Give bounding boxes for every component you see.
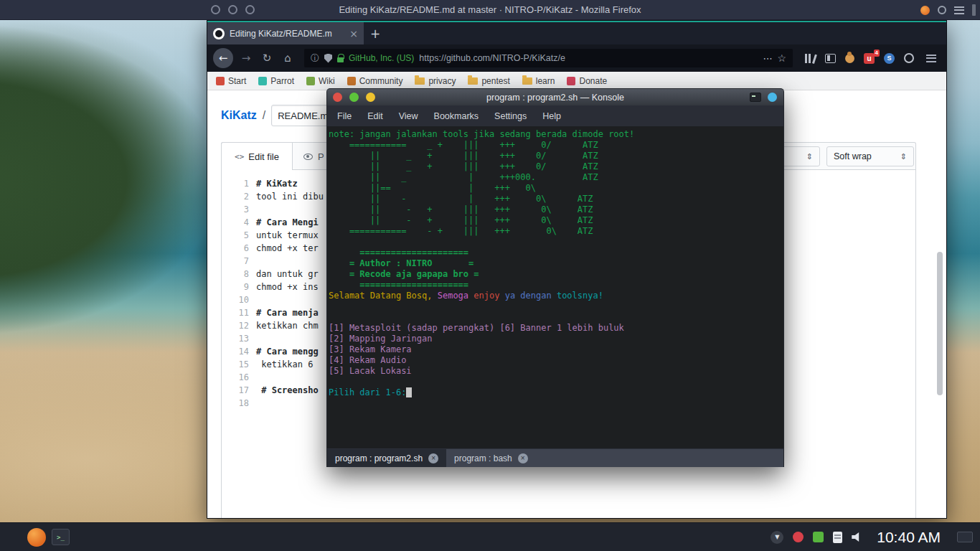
identity-label[interactable]: GitHub, Inc. (US): [349, 53, 414, 63]
maximize-button[interactable]: [349, 93, 359, 102]
folder-icon: [468, 77, 478, 85]
browser-tab-active[interactable]: Editing KiKatz/README.m ×: [207, 22, 364, 44]
proxy-extension-icon[interactable]: [904, 53, 914, 63]
tab-close-icon[interactable]: ×: [518, 453, 528, 463]
bookmark-star-icon[interactable]: ☆: [777, 52, 786, 64]
terminal-line: [329, 312, 783, 323]
firefox-launcher-icon[interactable]: [27, 528, 46, 547]
forward-button[interactable]: →: [238, 52, 254, 65]
tab-edit-file[interactable]: <> Edit file: [221, 142, 293, 170]
bookmark-wiki[interactable]: Wiki: [306, 76, 335, 86]
donate-bookmark-icon: [567, 77, 575, 85]
menu-item-view[interactable]: View: [399, 111, 418, 121]
clock[interactable]: 10:40 AM: [877, 529, 941, 546]
panel-menu-icon[interactable]: [954, 6, 964, 14]
terminal[interactable]: note: jangan jalankan tools jika sedang …: [326, 126, 784, 448]
new-tab-button[interactable]: +: [364, 22, 387, 44]
firefox-tray-icon[interactable]: [920, 6, 930, 15]
terminal-line: [329, 237, 783, 248]
home-button[interactable]: ⌂: [280, 52, 296, 65]
menu-item-help[interactable]: Help: [542, 111, 561, 121]
bookmark-donate[interactable]: Donate: [567, 76, 607, 86]
url-bar[interactable]: ⓘ GitHub, Inc. (US) https://github.com/N…: [304, 49, 793, 67]
terminal-line: [329, 377, 783, 387]
script-extension-icon[interactable]: S: [884, 53, 895, 64]
folder-icon: [522, 77, 532, 85]
bookmark-learn[interactable]: learn: [522, 76, 555, 86]
terminal-line: [2] Mapping Jaringan: [329, 334, 783, 344]
scrollbar-thumb[interactable]: [937, 252, 943, 395]
clipboard-tray-icon[interactable]: [833, 532, 842, 543]
firefox-menu-icon[interactable]: [926, 55, 936, 62]
eye-icon: [303, 154, 313, 160]
terminal-line: || - + ||| +++ 0\ ATZ: [329, 204, 783, 215]
extension-paw-icon[interactable]: [845, 54, 854, 63]
tab-close-icon[interactable]: ×: [349, 28, 358, 39]
red-tray-icon[interactable]: [793, 532, 804, 542]
page-info-icon[interactable]: ⓘ: [311, 52, 319, 65]
menu-item-bookmarks[interactable]: Bookmarks: [434, 111, 479, 121]
system-tray: ▼ 10:40 AM: [771, 529, 973, 546]
sidebar-icon[interactable]: [825, 54, 836, 63]
bookmark-parrot[interactable]: Parrot: [258, 76, 294, 86]
konsole-titlebar[interactable]: program : program2.sh — Konsole: [326, 88, 784, 105]
breadcrumb: KiKatz /: [221, 105, 343, 126]
page-actions-icon[interactable]: ⋯: [763, 53, 772, 64]
url-text[interactable]: https://github.com/NITRO-P/KiKatz/e: [419, 53, 758, 63]
konsole-app-icon: [750, 93, 761, 102]
wiki-bookmark-icon: [306, 77, 315, 85]
page-scrollbar: [936, 160, 943, 515]
close-button[interactable]: [333, 93, 342, 102]
tab-close-icon[interactable]: ×: [428, 453, 438, 463]
terminal-line: [5] Lacak Lokasi: [329, 366, 783, 377]
terminal-line: =========== - + ||| +++ 0\ ATZ: [329, 226, 783, 237]
terminal-line: [3] Rekam Kamera: [329, 344, 783, 355]
path-separator: /: [263, 109, 265, 122]
library-icon[interactable]: [804, 53, 816, 63]
terminal-line: [1] Metasploit (sadap perangkat) [6] Ban…: [329, 323, 783, 334]
konsole-tabbar: program : program2.sh×program : bash×: [326, 448, 784, 467]
konsole-tab-2[interactable]: program : bash×: [446, 449, 536, 467]
code-icon: <>: [235, 152, 244, 161]
menu-item-edit[interactable]: Edit: [367, 111, 383, 121]
ublock-icon[interactable]: u 4: [864, 53, 875, 64]
menu-item-file[interactable]: File: [337, 111, 352, 121]
titlebar-circle-icon[interactable]: [768, 93, 777, 102]
bookmark-start[interactable]: Start: [216, 76, 246, 86]
minimize-button[interactable]: [366, 93, 375, 102]
tracking-shield-icon[interactable]: [324, 54, 332, 63]
terminal-line: || - | +++ 0\ ATZ: [329, 194, 783, 204]
tray-ring-icon[interactable]: [938, 6, 946, 14]
back-button[interactable]: ←: [213, 48, 233, 68]
github-favicon: [213, 28, 225, 39]
window-button-2[interactable]: [228, 5, 237, 14]
window-button-3[interactable]: [245, 5, 255, 14]
green-tray-icon[interactable]: [813, 532, 824, 542]
tab-title: Editing KiKatz/README.m: [230, 29, 344, 39]
bookmark-community[interactable]: Community: [347, 76, 403, 86]
bookmark-privacy[interactable]: privacy: [415, 76, 456, 86]
terminal-line: = Recode aja gapapa bro =: [329, 269, 783, 280]
repo-link[interactable]: KiKatz: [221, 109, 257, 122]
panel-edge-icon[interactable]: [972, 4, 976, 16]
terminal-line: Selamat Datang Bosq, Semoga enjoy ya den…: [329, 291, 783, 301]
active-window-title: Editing KiKatz/README.md at master · NIT…: [0, 0, 980, 20]
terminal-launcher-icon[interactable]: >_: [52, 529, 70, 545]
eject-tray-icon[interactable]: ▼: [771, 531, 783, 544]
edit-file-label: Edit file: [248, 151, 279, 162]
window-controls: [211, 5, 255, 14]
terminal-line: =====================: [329, 248, 783, 258]
terminal-line: || _ + ||| +++ 0/ ATZ: [329, 161, 783, 172]
terminal-line: =========== _ + ||| +++ 0/ ATZ: [329, 140, 783, 151]
workspace-pager[interactable]: [957, 532, 973, 542]
top-panel-tray: [920, 0, 976, 20]
reload-button[interactable]: ↻: [259, 52, 275, 65]
menu-item-settings[interactable]: Settings: [494, 111, 527, 121]
soft-wrap-select[interactable]: Soft wrap ⇕: [826, 146, 914, 166]
volume-icon[interactable]: [852, 532, 863, 542]
konsole-tab-1[interactable]: program : program2.sh×: [327, 449, 446, 467]
terminal-line: note: jangan jalankan tools jika sedang …: [329, 129, 783, 140]
terminal-line: [329, 301, 783, 312]
bookmark-pentest[interactable]: pentest: [468, 76, 509, 86]
window-button-1[interactable]: [211, 5, 220, 14]
